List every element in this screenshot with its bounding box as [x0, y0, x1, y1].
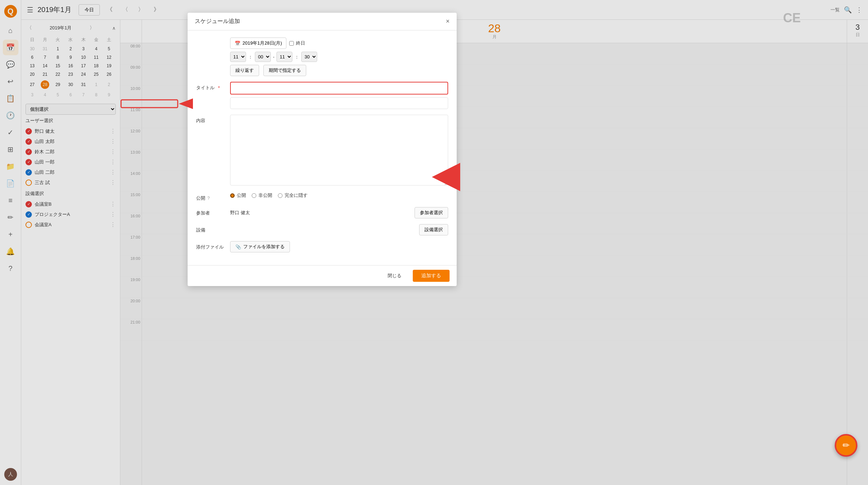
cal-day[interactable]: 11: [90, 53, 102, 61]
nav-prev-prev-button[interactable]: 《: [104, 5, 115, 15]
add-schedule-button[interactable]: 追加する: [413, 270, 450, 282]
nav-prev-button[interactable]: 〈: [120, 5, 131, 15]
day-slot[interactable]: [142, 319, 847, 341]
modal-close-button[interactable]: ×: [446, 18, 450, 25]
hidden-radio-label[interactable]: 完全に隠す: [278, 192, 308, 199]
cal-day[interactable]: 26: [103, 70, 115, 78]
sidebar-item-bell[interactable]: 🔔: [3, 244, 18, 259]
cal-day[interactable]: 9: [64, 53, 76, 61]
cal-day[interactable]: 2: [103, 79, 115, 90]
user-checkbox-yamada-t[interactable]: ✓: [25, 138, 32, 145]
user-checkbox-noguchi[interactable]: ✓: [25, 128, 32, 135]
sidebar-item-check[interactable]: ✓: [3, 125, 18, 140]
cal-day[interactable]: 18: [90, 62, 102, 70]
title-input[interactable]: [230, 82, 448, 95]
cal-day[interactable]: 23: [64, 70, 76, 78]
cal-day[interactable]: 25: [90, 70, 102, 78]
cal-day[interactable]: 27: [26, 79, 38, 90]
nav-next-button[interactable]: 〉: [135, 5, 147, 15]
sidebar-item-help[interactable]: ?: [3, 261, 18, 276]
cal-day[interactable]: 4: [39, 91, 51, 99]
more-icon[interactable]: ⋮: [856, 6, 862, 14]
facility-menu-icon[interactable]: ⋮: [110, 201, 116, 207]
sidebar-item-home[interactable]: ⌂: [3, 23, 18, 38]
facility-menu-icon[interactable]: ⋮: [110, 211, 116, 218]
cal-day[interactable]: 10: [78, 53, 90, 61]
select-participants-button[interactable]: 参加者選択: [415, 207, 448, 218]
mini-cal-collapse[interactable]: ∧: [112, 25, 116, 31]
cal-day[interactable]: 13: [26, 62, 38, 70]
cal-day[interactable]: 14: [39, 62, 51, 70]
sidebar-item-files[interactable]: 📄: [3, 176, 18, 191]
cal-day[interactable]: 24: [78, 70, 90, 78]
day-slot-3[interactable]: [847, 319, 868, 341]
end-min-select[interactable]: 30: [301, 52, 317, 62]
private-radio-label[interactable]: 非公開: [252, 192, 272, 199]
sidebar-item-org[interactable]: ⊞: [3, 142, 18, 157]
cal-day[interactable]: 20: [26, 70, 38, 78]
search-icon[interactable]: 🔍: [844, 6, 852, 14]
sidebar-item-clock[interactable]: 🕐: [3, 108, 18, 123]
sidebar-item-clipboard[interactable]: 📋: [3, 91, 18, 106]
sidebar-item-calendar[interactable]: 📅: [3, 40, 18, 55]
mini-cal-next[interactable]: 〉: [88, 24, 96, 32]
day-slot-3[interactable]: [847, 192, 868, 213]
cal-day[interactable]: 31: [78, 79, 90, 90]
start-min-select[interactable]: 00: [255, 52, 271, 62]
fab-edit-button[interactable]: ✏: [835, 434, 857, 457]
cal-day[interactable]: 5: [52, 91, 64, 99]
cal-today[interactable]: 28: [39, 79, 51, 90]
add-file-button[interactable]: 📎 ファイルを添加する: [230, 241, 290, 252]
hidden-radio[interactable]: [278, 193, 282, 198]
day-slot-3[interactable]: [847, 213, 868, 234]
cal-day[interactable]: 12: [103, 53, 115, 61]
content-textarea[interactable]: [230, 115, 448, 186]
public-help-icon[interactable]: ?: [207, 196, 210, 201]
cal-day[interactable]: 2: [64, 45, 76, 53]
cal-day[interactable]: 3: [26, 91, 38, 99]
sidebar-item-folder[interactable]: 📁: [3, 159, 18, 174]
start-hour-select[interactable]: 11: [230, 52, 246, 62]
day-slot-3[interactable]: [847, 277, 868, 298]
cal-day[interactable]: 17: [78, 62, 90, 70]
today-button[interactable]: 今日: [79, 4, 100, 16]
cal-day[interactable]: 4: [90, 45, 102, 53]
mini-cal-prev[interactable]: 〈: [25, 24, 33, 32]
repeat-button[interactable]: 繰り返す: [230, 65, 259, 76]
selection-mode-dropdown[interactable]: 個別選択 全員: [25, 104, 116, 115]
user-checkbox-suzuki[interactable]: ✓: [25, 149, 32, 155]
day-slot-3[interactable]: [847, 171, 868, 192]
app-logo[interactable]: Q: [3, 4, 18, 19]
allday-checkbox[interactable]: [289, 41, 294, 46]
day-slot[interactable]: [142, 298, 847, 319]
cal-day[interactable]: 1: [90, 79, 102, 90]
cal-day[interactable]: 30: [64, 79, 76, 90]
end-hour-select[interactable]: 11: [276, 52, 292, 62]
cal-day[interactable]: 19: [103, 62, 115, 70]
sidebar-item-list[interactable]: ≡: [3, 193, 18, 208]
select-facility-button[interactable]: 設備選択: [419, 224, 448, 235]
user-menu-icon[interactable]: ⋮: [110, 138, 116, 145]
cal-day[interactable]: 3: [78, 45, 90, 53]
user-checkbox-yamada-j[interactable]: ✓: [25, 169, 32, 176]
cal-day[interactable]: 22: [52, 70, 64, 78]
cal-day[interactable]: 7: [78, 91, 90, 99]
private-radio[interactable]: [252, 193, 256, 198]
user-checkbox-miko[interactable]: [25, 179, 32, 186]
subtitle-input[interactable]: [230, 97, 448, 109]
cal-day[interactable]: 29: [52, 79, 64, 90]
user-menu-icon[interactable]: ⋮: [110, 179, 116, 186]
cal-day[interactable]: 31: [39, 45, 51, 53]
sidebar-item-add[interactable]: +: [3, 227, 18, 242]
public-radio-label[interactable]: 公開: [230, 192, 246, 199]
hamburger-menu[interactable]: ☰: [27, 6, 33, 14]
day-slot-3[interactable]: [847, 128, 868, 149]
facility-checkbox-b[interactable]: ✓: [25, 201, 32, 207]
cal-day[interactable]: 7: [39, 53, 51, 61]
sidebar-item-chat[interactable]: 💬: [3, 57, 18, 72]
cal-day[interactable]: 6: [26, 53, 38, 61]
public-radio[interactable]: [230, 193, 235, 198]
day-slot-3[interactable]: [847, 149, 868, 171]
day-slot-3[interactable]: [847, 64, 868, 86]
nav-next-next-button[interactable]: 》: [151, 5, 162, 15]
